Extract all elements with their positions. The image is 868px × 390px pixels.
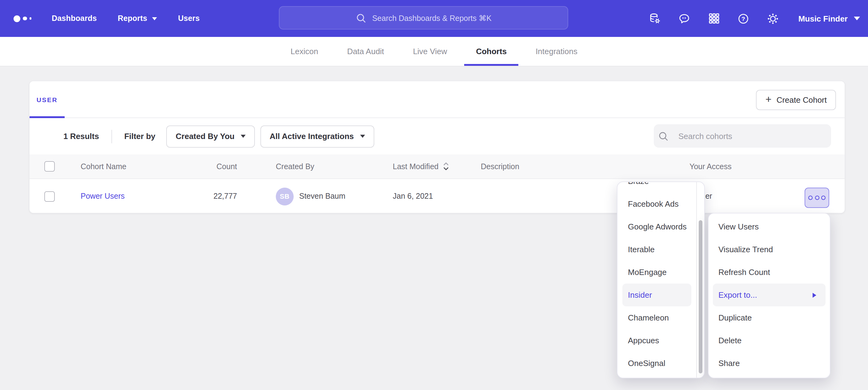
- chevron-down-icon: [360, 135, 365, 138]
- last-modified-label: Last Modified: [393, 162, 439, 171]
- select-all-checkbox[interactable]: [44, 161, 55, 172]
- created-by-filter-value: Created By You: [176, 132, 235, 141]
- tab-data-audit[interactable]: Data Audit: [336, 37, 396, 66]
- nav-users[interactable]: Users: [178, 14, 200, 23]
- submenu-item-braze[interactable]: Braze: [622, 182, 691, 193]
- tab-user-label: USER: [37, 96, 58, 103]
- navbar-right-group: ?: [633, 0, 860, 37]
- integrations-filter-dropdown[interactable]: All Active Integrations: [260, 125, 374, 147]
- tab-integrations[interactable]: Integrations: [524, 37, 589, 66]
- settings-gear-icon[interactable]: [766, 11, 781, 26]
- cohort-type-header: USER + Create Cohort: [30, 81, 845, 118]
- nav-dashboards[interactable]: Dashboards: [52, 14, 97, 23]
- cohort-table-row: Power Users 22,777 SB Steven Baum Jan 6,…: [30, 179, 845, 214]
- logo-dot-large: [13, 15, 20, 22]
- cohorts-card: USER + Create Cohort 1 Results Filter by…: [29, 80, 845, 214]
- menu-item-share[interactable]: Share: [713, 352, 826, 375]
- submenu-scrollbar-track: [696, 182, 704, 378]
- submenu-item-chameleon[interactable]: Chameleon: [622, 306, 691, 329]
- created-by-filter-dropdown[interactable]: Created By You: [166, 125, 255, 147]
- project-name: Music Finder: [799, 14, 848, 23]
- top-navbar: Dashboards Reports Users Search Dashboar…: [0, 0, 868, 37]
- row-actions-button[interactable]: [805, 188, 829, 208]
- menu-item-refresh-count[interactable]: Refresh Count: [713, 261, 826, 284]
- create-cohort-button[interactable]: + Create Cohort: [756, 90, 836, 110]
- submenu-scrollbar-thumb[interactable]: [699, 220, 703, 373]
- chevron-down-icon: [854, 17, 860, 20]
- primary-nav: Dashboards Reports Users: [52, 14, 200, 23]
- global-search-placeholder: Search Dashboards & Reports ⌘K: [372, 13, 492, 23]
- menu-item-export-to[interactable]: Export to...: [713, 284, 826, 306]
- sort-icon: [443, 162, 450, 171]
- apps-grid-icon[interactable]: [707, 11, 721, 26]
- logo-dot-medium: [23, 17, 27, 21]
- submenu-item-onesignal[interactable]: OneSignal: [622, 352, 691, 375]
- integrations-filter-value: All Active Integrations: [270, 132, 354, 141]
- created-by-cell: SB Steven Baum: [276, 179, 345, 214]
- svg-text:?: ?: [742, 15, 745, 22]
- tab-live-view[interactable]: Live View: [401, 37, 459, 66]
- create-cohort-label: Create Cohort: [777, 95, 827, 105]
- row-actions-list: View Users Visualize Trend Refresh Count…: [709, 214, 830, 378]
- app-viewport: Dashboards Reports Users Search Dashboar…: [0, 0, 868, 390]
- project-switcher[interactable]: Music Finder: [799, 14, 860, 23]
- avatar: SB: [276, 187, 293, 205]
- submenu-item-appcues[interactable]: Appcues: [622, 329, 691, 352]
- search-icon: [355, 12, 366, 23]
- column-header-your-access: Your Access: [689, 154, 732, 178]
- filter-toolbar: 1 Results Filter by Created By You All A…: [30, 118, 845, 154]
- tab-user-cohorts[interactable]: USER: [30, 81, 65, 118]
- cohort-name-link[interactable]: Power Users: [81, 192, 125, 200]
- export-destinations-list: Braze Facebook Ads Google Adwords Iterab…: [617, 182, 704, 378]
- menu-item-view-users[interactable]: View Users: [713, 215, 826, 238]
- global-search-button[interactable]: Search Dashboards & Reports ⌘K: [279, 6, 568, 30]
- ellipsis-dot: [808, 196, 813, 200]
- chevron-down-icon: [241, 135, 246, 138]
- submenu-item-facebook-ads[interactable]: Facebook Ads: [622, 193, 691, 215]
- help-icon[interactable]: ?: [736, 11, 751, 26]
- nav-reports[interactable]: Reports: [118, 14, 157, 23]
- row-actions-menu: View Users Visualize Trend Refresh Count…: [708, 213, 831, 378]
- section-tabbar: Lexicon Data Audit Live View Cohorts Int…: [0, 37, 868, 66]
- chevron-down-icon: [152, 17, 157, 20]
- submenu-item-iterable[interactable]: Iterable: [622, 238, 691, 261]
- created-by-name: Steven Baum: [299, 192, 345, 200]
- column-header-created-by: Created By: [276, 154, 314, 178]
- mixpanel-logo[interactable]: [13, 15, 31, 22]
- menu-item-duplicate[interactable]: Duplicate: [713, 306, 826, 329]
- logo-dot-small: [29, 18, 31, 20]
- column-header-cohort-name: Cohort Name: [81, 154, 126, 178]
- ellipsis-dot: [821, 196, 826, 200]
- submenu-arrow-icon: [813, 292, 816, 297]
- submenu-item-moengage[interactable]: MoEngage: [622, 261, 691, 284]
- feedback-icon[interactable]: [677, 11, 692, 26]
- row-checkbox[interactable]: [44, 191, 55, 201]
- menu-item-delete[interactable]: Delete: [713, 329, 826, 352]
- tab-lexicon[interactable]: Lexicon: [279, 37, 330, 66]
- menu-item-visualize-trend[interactable]: Visualize Trend: [713, 238, 826, 261]
- submenu-item-insider[interactable]: Insider: [622, 284, 691, 306]
- cohort-count-value: 22,777: [177, 179, 237, 214]
- filter-by-label: Filter by: [124, 132, 155, 141]
- plus-icon: +: [766, 94, 772, 105]
- column-header-last-modified[interactable]: Last Modified: [393, 154, 450, 178]
- export-destinations-submenu: Braze Facebook Ads Google Adwords Iterab…: [617, 182, 705, 378]
- column-header-count: Count: [177, 154, 237, 178]
- column-header-description: Description: [481, 154, 519, 178]
- ellipsis-dot: [815, 196, 819, 200]
- data-sources-icon[interactable]: [648, 11, 662, 26]
- last-modified-value: Jan 6, 2021: [393, 179, 433, 214]
- tab-cohorts[interactable]: Cohorts: [464, 37, 518, 66]
- nav-reports-label: Reports: [118, 14, 148, 23]
- export-to-label: Export to...: [718, 290, 757, 300]
- table-header-row: Cohort Name Count Created By Last Modifi…: [30, 154, 845, 179]
- divider: [112, 129, 112, 143]
- results-count: 1 Results: [63, 132, 99, 141]
- search-cohorts-input[interactable]: [654, 124, 831, 148]
- submenu-item-google-adwords[interactable]: Google Adwords: [622, 215, 691, 238]
